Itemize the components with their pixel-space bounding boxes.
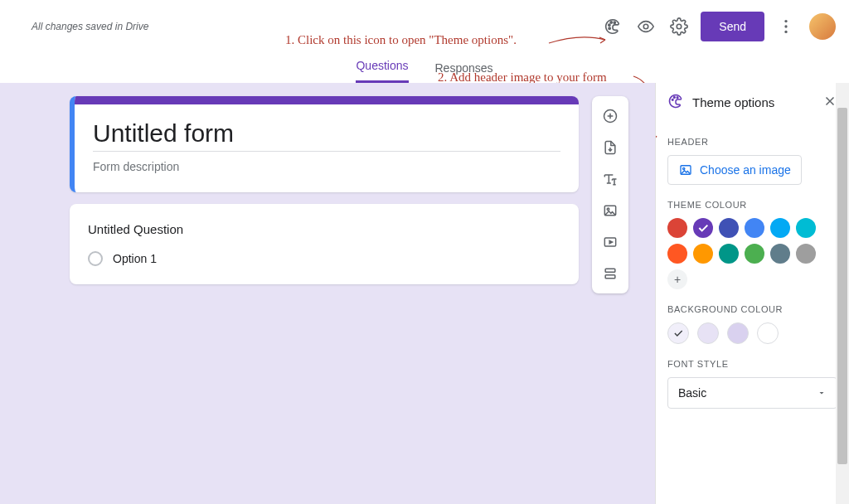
theme-swatch[interactable] — [667, 218, 687, 238]
svg-point-11 — [607, 208, 609, 211]
chevron-down-icon — [817, 388, 827, 398]
theme-swatch[interactable] — [745, 218, 764, 238]
form-canvas: Untitled form Form description Untitled … — [0, 83, 655, 504]
svg-point-7 — [784, 25, 787, 27]
customize-theme-icon[interactable] — [596, 10, 629, 43]
image-icon — [678, 162, 693, 177]
tab-questions[interactable]: Questions — [356, 59, 408, 83]
topbar: All changes saved in Drive Send — [0, 0, 849, 53]
font-style-label: FONT STYLE — [667, 359, 837, 369]
question-title[interactable]: Untitled Question — [88, 222, 560, 236]
svg-point-6 — [784, 20, 787, 22]
choose-image-button[interactable]: Choose an image — [667, 155, 802, 185]
svg-point-2 — [614, 22, 615, 23]
theme-swatch[interactable] — [770, 244, 790, 264]
svg-point-0 — [609, 24, 610, 26]
tab-responses[interactable]: Responses — [435, 61, 493, 83]
scrollbar-track[interactable] — [836, 83, 849, 504]
theme-swatch[interactable] — [770, 218, 790, 238]
settings-icon[interactable] — [662, 10, 696, 43]
question-card[interactable]: Untitled Question Option 1 — [70, 204, 579, 284]
import-questions-icon[interactable] — [595, 133, 625, 162]
svg-point-15 — [672, 99, 673, 101]
font-style-select[interactable]: Basic — [667, 377, 837, 409]
form-description-input[interactable]: Form description — [93, 160, 560, 174]
background-swatch[interactable] — [667, 322, 689, 344]
more-icon[interactable] — [769, 10, 803, 43]
svg-point-1 — [610, 22, 612, 23]
send-button[interactable]: Send — [701, 12, 764, 41]
font-style-value: Basic — [678, 386, 706, 400]
svg-point-3 — [609, 27, 610, 29]
theme-swatch[interactable] — [796, 218, 816, 238]
preview-icon[interactable] — [629, 10, 662, 43]
theme-swatch[interactable] — [667, 244, 687, 264]
svg-point-17 — [677, 97, 678, 99]
palette-icon — [667, 93, 684, 112]
add-video-icon[interactable] — [595, 227, 625, 257]
save-status: All changes saved in Drive — [32, 21, 148, 32]
svg-point-5 — [677, 24, 682, 29]
background-colour-label: BACKGROUND COLOUR — [667, 304, 837, 314]
add-title-icon[interactable] — [595, 164, 625, 194]
svg-point-8 — [784, 31, 787, 33]
avatar[interactable] — [809, 13, 836, 40]
background-swatch[interactable] — [757, 322, 779, 344]
theme-swatch[interactable] — [719, 218, 739, 238]
add-custom-colour[interactable]: + — [667, 269, 687, 289]
svg-point-4 — [644, 24, 649, 29]
theme-swatch[interactable] — [693, 218, 713, 238]
option-label: Option 1 — [113, 252, 157, 265]
scrollbar-thumb[interactable] — [837, 108, 847, 464]
theme-panel: Theme options HEADER Choose an image THE… — [655, 83, 849, 504]
svg-rect-14 — [605, 275, 615, 279]
add-section-icon[interactable] — [595, 259, 625, 288]
header-section-label: HEADER — [667, 137, 837, 147]
panel-header: Theme options — [656, 83, 849, 122]
add-question-icon[interactable] — [595, 101, 625, 131]
radio-icon — [88, 251, 103, 266]
tabs: Questions Responses — [0, 53, 849, 83]
form-header-card[interactable]: Untitled form Form description — [70, 96, 579, 192]
theme-colour-swatches: + — [667, 218, 817, 289]
background-colour-swatches — [667, 322, 837, 344]
panel-title: Theme options — [692, 95, 814, 109]
theme-swatch[interactable] — [719, 244, 739, 264]
option-row[interactable]: Option 1 — [88, 251, 560, 266]
background-swatch[interactable] — [697, 322, 719, 344]
svg-point-19 — [683, 167, 685, 169]
floating-toolbar — [592, 96, 628, 293]
theme-swatch[interactable] — [796, 244, 816, 264]
add-image-icon[interactable] — [595, 196, 625, 225]
theme-colour-label: THEME COLOUR — [667, 200, 837, 210]
theme-swatch[interactable] — [693, 244, 713, 264]
background-swatch[interactable] — [727, 322, 749, 344]
choose-image-label: Choose an image — [700, 163, 791, 177]
svg-point-16 — [674, 97, 676, 99]
form-title-input[interactable]: Untitled form — [93, 119, 560, 152]
svg-rect-13 — [605, 269, 615, 272]
theme-swatch[interactable] — [745, 244, 764, 264]
